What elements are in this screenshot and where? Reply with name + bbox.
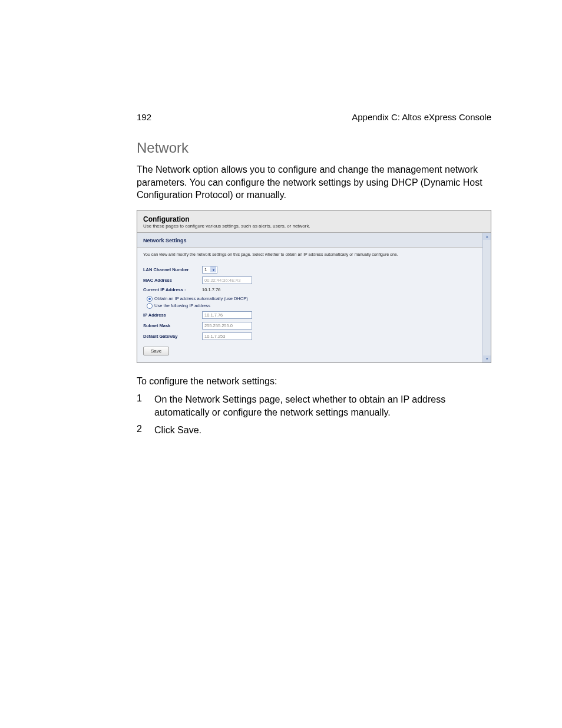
chevron-down-icon: ▾ [210,266,216,272]
current-ip-row: Current IP Address : 10.1.7.76 [143,287,477,292]
ip-address-row: IP Address 10.1.7.76 [143,311,477,319]
page-header: 192 Appendix C: Altos eXpress Console [137,112,491,122]
config-subtitle: Use these pages to configure various set… [143,223,485,229]
default-gateway-label: Default Gateway [143,334,202,339]
mac-address-row: MAC Address 00:22:44:36:4E:43 [143,276,477,284]
step-1: 1 On the Network Settings page, select w… [137,393,491,419]
default-gateway-input[interactable]: 10.1.7.253 [202,332,252,340]
step-1-number: 1 [137,393,154,419]
save-button[interactable]: Save [143,347,169,355]
step-1-text: On the Network Settings page, select whe… [154,393,491,419]
config-screenshot: Configuration Use these pages to configu… [137,210,491,363]
intro-paragraph: The Network option allows you to configu… [137,163,491,202]
page-number: 192 [137,112,151,122]
subnet-mask-row: Subnet Mask 255.255.255.0 [143,322,477,330]
radio-dhcp-row[interactable]: Obtain an IP address automatically (use … [147,296,477,302]
mac-address-input[interactable]: 00:22:44:36:4E:43 [202,276,252,284]
step-2-text: Click Save. [154,424,201,437]
radio-dhcp-label: Obtain an IP address automatically (use … [154,296,248,301]
lan-channel-value: 1 [204,267,207,272]
panel-title: Network Settings [137,233,482,248]
config-header: Configuration Use these pages to configu… [137,210,491,232]
scroll-up-icon[interactable]: ▴ [483,233,491,240]
lan-channel-select[interactable]: 1 ▾ [202,266,217,274]
config-title: Configuration [143,215,485,223]
ip-address-label: IP Address [143,312,202,318]
chapter-title: Appendix C: Altos eXpress Console [352,112,491,122]
subnet-mask-input[interactable]: 255.255.255.0 [202,322,252,330]
scroll-down-icon[interactable]: ▾ [483,355,491,363]
radio-dhcp[interactable] [147,296,153,302]
instructions-lead: To configure the network settings: [137,375,491,388]
subnet-mask-label: Subnet Mask [143,323,202,328]
current-ip-label: Current IP Address : [143,287,202,292]
step-2: 2 Click Save. [137,424,491,437]
radio-static-row[interactable]: Use the following IP address [147,303,477,309]
lan-channel-label: LAN Channel Number [143,267,202,272]
lan-channel-row: LAN Channel Number 1 ▾ [143,266,477,274]
step-2-number: 2 [137,424,154,437]
document-page: 192 Appendix C: Altos eXpress Console Ne… [0,0,562,476]
radio-static-label: Use the following IP address [154,303,210,308]
section-heading: Network [137,140,491,156]
radio-static[interactable] [147,303,153,309]
ip-address-input[interactable]: 10.1.7.76 [202,311,252,319]
default-gateway-row: Default Gateway 10.1.7.253 [143,332,477,340]
panel-description: You can view and modify the network sett… [143,252,477,256]
current-ip-value: 10.1.7.76 [202,287,220,292]
network-settings-panel: Network Settings You can view and modify… [137,233,482,363]
mac-address-label: MAC Address [143,278,202,283]
scrollbar[interactable]: ▴ ▾ [482,233,491,363]
ip-mode-radio-group: Obtain an IP address automatically (use … [147,296,477,309]
